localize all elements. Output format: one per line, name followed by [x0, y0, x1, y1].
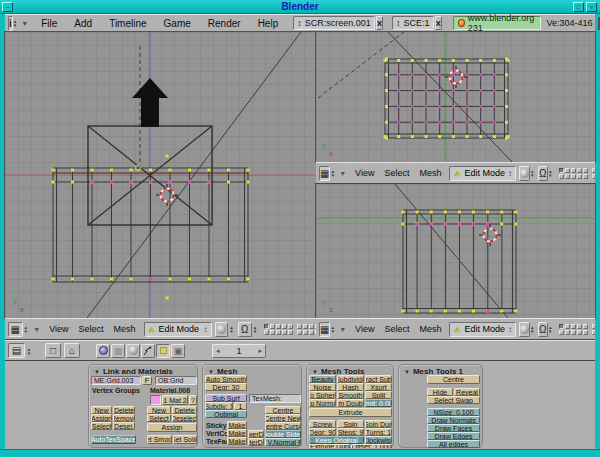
menu-add[interactable]: Add	[66, 18, 100, 29]
material-new-button[interactable]: New	[147, 406, 171, 414]
no-vnormal-flip-toggle[interactable]: No V.Normal Flip	[265, 438, 301, 446]
layer-cell[interactable]	[583, 324, 588, 329]
layer-cell[interactable]	[592, 330, 595, 335]
slower-draw-button[interactable]: SlowerDraw	[248, 430, 264, 438]
mode-dropdown[interactable]: ▲ Edit Mode ↕	[449, 166, 515, 181]
collapse-arrow-icon[interactable]: ▼	[335, 170, 350, 177]
select-swap-button[interactable]: Select Swap	[427, 396, 480, 404]
window-type-button-buttons[interactable]: ▤	[8, 343, 25, 358]
window-shade-button[interactable]: ▿	[586, 2, 597, 12]
material-deselect-button[interactable]: Deselect	[172, 414, 197, 422]
mode-dropdown[interactable]: ▲ Edit Mode ↕	[144, 322, 212, 337]
extrude-arrow[interactable]	[132, 78, 168, 127]
set-solid-button[interactable]: Set Solid	[173, 435, 197, 444]
layer-cell[interactable]	[583, 174, 588, 179]
draw-normals-toggle[interactable]: Draw Normals	[427, 416, 480, 424]
fake-user-button[interactable]: F	[142, 376, 152, 385]
window-type-button-3d[interactable]: ▦	[319, 166, 330, 181]
material-delete-button[interactable]: Delete	[172, 406, 197, 414]
texture-buttons-tab[interactable]: ▩	[111, 344, 125, 358]
layer-cell[interactable]	[309, 324, 314, 329]
menu-file[interactable]: File	[33, 18, 65, 29]
subdiv-stepper[interactable]: Subdiv: 1	[205, 402, 233, 410]
beauty-toggle[interactable]: Beauty	[309, 375, 336, 383]
xsort-button[interactable]: Xsort	[365, 383, 392, 391]
split-button[interactable]: Split	[365, 391, 392, 399]
layer-cell[interactable]	[559, 174, 564, 179]
mesh-datablock-field[interactable]: ME:Grid.003	[91, 376, 141, 385]
steps-stepper[interactable]: Steps: 9	[337, 428, 364, 436]
layer-cell[interactable]	[565, 324, 570, 329]
extrude-dup-button[interactable]: Extrude Dup	[309, 444, 350, 448]
vgroup-deselect-button[interactable]: Desel.	[113, 422, 135, 430]
layer-cell[interactable]	[264, 324, 269, 329]
degr90-stepper[interactable]: Degr: 90	[309, 428, 336, 436]
subdiv-render-stepper[interactable]: 1	[234, 402, 247, 410]
extrude-button[interactable]: Extrude	[309, 408, 392, 417]
layer-cell[interactable]	[282, 324, 287, 329]
draw-type-button[interactable]	[215, 322, 229, 337]
collapse-arrow-icon[interactable]: ▼	[17, 20, 32, 27]
pivot-button[interactable]: Ω	[538, 166, 548, 181]
layer-cell[interactable]	[577, 174, 582, 179]
vgroup-assign-button[interactable]: Assign	[91, 414, 112, 422]
menu-view[interactable]: View	[350, 324, 379, 334]
auto-smooth-toggle[interactable]: Auto Smooth	[205, 375, 247, 383]
material-select-button[interactable]: Select	[147, 414, 171, 422]
stepper-right-icon[interactable]: ▸	[187, 397, 188, 404]
menu-help[interactable]: Help	[250, 18, 287, 29]
reveal-button[interactable]: Reveal	[454, 388, 480, 396]
texface-make-button[interactable]: Make	[227, 437, 247, 445]
layer-cell[interactable]	[565, 168, 570, 173]
keep-original-toggle[interactable]: Keep Original	[309, 436, 364, 444]
layer-cell[interactable]	[309, 330, 314, 335]
screw-button[interactable]: Screw	[309, 420, 336, 428]
to-sphere-button[interactable]: To Sphere	[309, 391, 336, 399]
collapse-arrow-icon[interactable]: ▼	[335, 326, 350, 333]
subdivide-button[interactable]: Subdivide	[337, 375, 364, 383]
offset-stepper[interactable]: Offset: 1.000	[351, 444, 392, 448]
draw-type-spinner[interactable]: ▴▾	[228, 322, 235, 337]
menu-mesh[interactable]: Mesh	[414, 324, 446, 334]
vgroup-delete-button[interactable]: Delete	[113, 406, 135, 414]
menu-select[interactable]: Select	[73, 324, 108, 334]
rem-doubles-button[interactable]: Rem Doubles	[337, 399, 364, 407]
layer-cell[interactable]	[276, 324, 281, 329]
pivot-spinner[interactable]: ▴▾	[548, 166, 553, 181]
screen-selector[interactable]: ↕ SCR:screen.001	[293, 16, 375, 30]
layer-cell[interactable]	[577, 324, 582, 329]
fract-subd-button[interactable]: Fract Subd	[365, 375, 392, 383]
window-type-button-3d[interactable]: ▦	[8, 322, 23, 337]
material-buttons-tab[interactable]	[126, 344, 140, 358]
draw-type-spinner[interactable]: ▴▾	[530, 166, 535, 181]
draw-type-spinner[interactable]: ▴▾	[530, 322, 535, 337]
degr-stepper[interactable]: Degr: 30	[205, 383, 247, 391]
centre-button[interactable]: Centre	[265, 406, 301, 414]
window-type-button-info[interactable]: i	[8, 16, 13, 31]
layer-cell[interactable]	[571, 324, 576, 329]
window-maximize-button[interactable]: □	[573, 2, 584, 12]
layer-cell[interactable]	[571, 174, 576, 179]
object-name-field[interactable]: OB:Grid	[155, 376, 197, 385]
draw-faces-toggle[interactable]: Draw Faces	[427, 424, 480, 432]
layer-cell[interactable]	[288, 324, 293, 329]
layer-cell[interactable]	[565, 330, 570, 335]
draw-edges-toggle[interactable]: Draw Edges	[427, 432, 480, 440]
mode-dropdown[interactable]: ▲ Edit Mode ↕	[449, 322, 515, 337]
draw-type-button[interactable]	[519, 322, 530, 337]
centre-cursor-button[interactable]: Centre Cursor	[265, 422, 301, 430]
layer-cell[interactable]	[592, 174, 595, 179]
autotexspace-toggle[interactable]: AutoTexSpace	[91, 435, 136, 444]
layer-cell[interactable]	[303, 330, 308, 335]
pivot-spinner[interactable]: ▴▾	[252, 322, 259, 337]
frame-number-stepper[interactable]: ◂ 1 ▸	[212, 344, 266, 358]
faster-draw-button[interactable]: FasterDraw	[248, 438, 264, 446]
layer-cell[interactable]	[577, 168, 582, 173]
layer-cell[interactable]	[559, 324, 564, 329]
material-help-button[interactable]: ?	[189, 395, 197, 405]
scene-selector[interactable]: ↕ SCE:1	[392, 16, 434, 30]
double-sided-toggle[interactable]: Double Sided	[265, 430, 301, 438]
limit-stepper[interactable]: Limit: 0.001	[365, 399, 392, 407]
smooth-button[interactable]: Smooth	[337, 391, 364, 399]
scene-buttons-tab[interactable]: ▣	[171, 344, 185, 358]
